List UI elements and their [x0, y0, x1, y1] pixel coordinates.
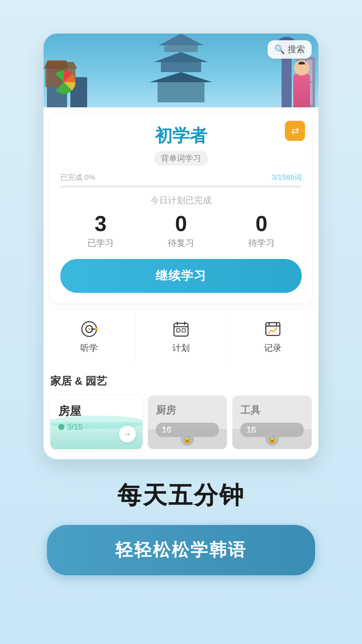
- tools-lock-icon: 🔒: [265, 432, 279, 446]
- house-arrow-button[interactable]: →: [119, 426, 136, 442]
- temple-top-roof: [154, 34, 208, 45]
- svg-rect-5: [174, 323, 188, 336]
- icon-plan-label: 计划: [172, 342, 190, 354]
- temple-mid-roof: [151, 52, 211, 62]
- fan-decoration: [52, 70, 75, 94]
- korean-girl-illustration: [287, 57, 317, 107]
- svg-point-2: [88, 328, 90, 330]
- progress-labels-row: 已完成 0% 3/1568词: [60, 172, 302, 182]
- stat-review: 0 待复习: [168, 213, 194, 249]
- girl-hanbok: [293, 74, 310, 107]
- temple-lower-roof: [147, 72, 215, 82]
- category-title: 家居 & 园艺: [50, 374, 312, 389]
- learning-card: 初学者 ⇄ 背单词学习 已完成 0% 3/1568词 今日计划已完成 3 已学习…: [50, 114, 312, 303]
- headphones-icon: [80, 320, 98, 338]
- chart-icon: [264, 320, 282, 338]
- category-cards-row: 房屋 3/15 → 厨房 16 🔒 工具 16: [50, 395, 312, 449]
- calendar-icon: [172, 320, 190, 338]
- temple-upper-body: [164, 45, 198, 52]
- cta-button[interactable]: 轻轻松松学韩语: [47, 525, 315, 575]
- stat-learned: 3 已学习: [87, 213, 114, 249]
- tools-card-bottom: 🔒: [232, 429, 312, 449]
- stat-pending: 0 待学习: [248, 213, 275, 249]
- temple-base: [158, 82, 204, 102]
- svg-rect-9: [177, 329, 180, 332]
- icon-listen-label: 听学: [80, 342, 98, 354]
- tools-card-name: 工具: [240, 404, 304, 417]
- subtitle-badge: 背单词学习: [154, 151, 208, 166]
- search-icon: 🔍: [274, 44, 285, 55]
- continue-button[interactable]: 继续学习: [60, 259, 302, 293]
- center-temple: [144, 34, 218, 104]
- icon-record[interactable]: 记录: [227, 310, 318, 364]
- tagline: 每天五分钟: [117, 479, 245, 512]
- icon-listen[interactable]: 听学: [44, 310, 135, 364]
- bottom-section: 每天五分钟 轻轻松松学韩语: [47, 479, 315, 609]
- category-card-house[interactable]: 房屋 3/15 →: [50, 395, 142, 449]
- stat-review-label: 待复习: [168, 237, 194, 249]
- house-progress-text: 3/15: [67, 422, 83, 432]
- category-section: 家居 & 园艺 房屋 3/15 → 厨房 16 🔒: [44, 367, 318, 459]
- icon-plan[interactable]: 计划: [135, 310, 227, 364]
- icons-row: 听学 计划 记录: [44, 310, 318, 364]
- exchange-button[interactable]: ⇄: [285, 121, 305, 141]
- search-label: 搜索: [288, 44, 305, 55]
- kitchen-card-bottom: 🔒: [148, 429, 227, 449]
- girl-hair: [298, 62, 305, 64]
- search-button[interactable]: 🔍 搜索: [267, 40, 312, 59]
- progress-bar-background: [60, 185, 302, 188]
- app-screenshot: 🔍 搜索 初学者 ⇄ 背单词学习 已完成 0% 3/1568词 今日计划已完成 …: [44, 34, 318, 459]
- category-card-tools[interactable]: 工具 16 🔒: [232, 395, 312, 449]
- progress-label-left: 已完成 0%: [60, 172, 95, 182]
- progress-label-right: 3/1568词: [272, 172, 302, 182]
- temple-mid-body: [161, 62, 201, 72]
- icon-record-label: 记录: [264, 342, 282, 354]
- stat-pending-number: 0: [248, 213, 275, 234]
- stat-learned-label: 已学习: [87, 237, 114, 249]
- category-card-kitchen[interactable]: 厨房 16 🔒: [148, 395, 227, 449]
- progress-dot: [58, 424, 64, 430]
- svg-rect-11: [266, 323, 280, 335]
- svg-point-4: [95, 328, 98, 330]
- svg-rect-10: [182, 329, 185, 332]
- fan-shape: [52, 70, 75, 94]
- stat-learned-number: 3: [87, 213, 114, 234]
- stat-pending-label: 待学习: [248, 237, 275, 249]
- hero-banner: 🔍 搜索: [44, 34, 318, 107]
- kitchen-card-name: 厨房: [156, 404, 219, 417]
- subtitle-badge-row: 背单词学习: [60, 151, 302, 166]
- stat-review-number: 0: [168, 213, 194, 234]
- card-title: 初学者: [60, 124, 302, 148]
- exchange-icon: ⇄: [291, 125, 299, 137]
- stats-row: 3 已学习 0 待复习 0 待学习: [60, 213, 302, 249]
- kitchen-lock-icon: 🔒: [181, 432, 194, 446]
- daily-status-text: 今日计划已完成: [60, 195, 302, 206]
- girl-face: [294, 60, 309, 75]
- roof-detail: [44, 62, 77, 69]
